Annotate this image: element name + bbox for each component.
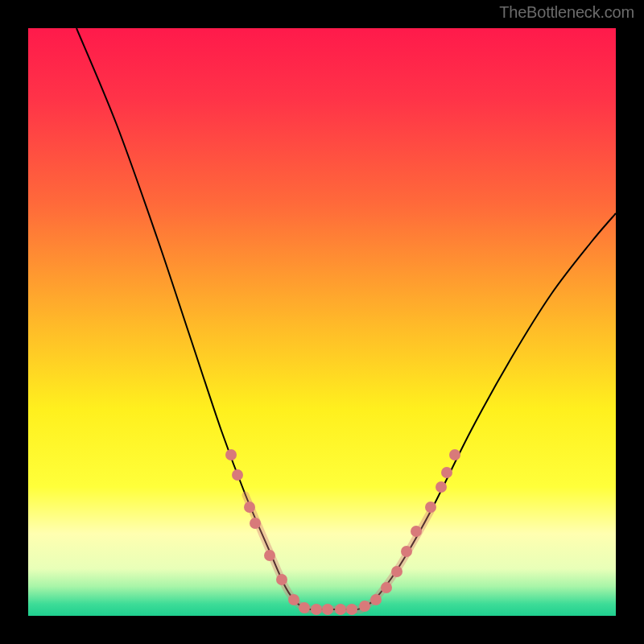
data-marker xyxy=(288,594,299,605)
data-marker xyxy=(322,604,333,615)
data-marker xyxy=(391,566,402,577)
data-marker xyxy=(381,582,392,593)
data-marker xyxy=(370,594,382,605)
data-marker xyxy=(425,502,436,513)
data-marker xyxy=(335,604,346,615)
data-marker xyxy=(225,449,237,460)
data-marker xyxy=(346,604,357,615)
curve-layer xyxy=(28,28,616,616)
data-marker xyxy=(299,602,310,613)
data-marker xyxy=(264,550,275,561)
data-marker xyxy=(449,449,460,460)
data-marker xyxy=(401,546,412,557)
watermark-text: TheBottleneck.com xyxy=(499,3,634,22)
data-marker xyxy=(359,601,370,612)
curve-right-ascending-curve xyxy=(358,213,616,609)
data-marker xyxy=(244,502,255,513)
data-marker xyxy=(250,518,261,529)
data-marker xyxy=(411,526,422,537)
data-marker xyxy=(276,574,287,585)
data-marker xyxy=(441,467,452,478)
curve-left-descending-curve xyxy=(76,28,310,609)
data-marker xyxy=(436,481,447,493)
data-marker xyxy=(311,604,322,615)
data-marker xyxy=(232,469,243,481)
plot-area xyxy=(28,28,616,616)
